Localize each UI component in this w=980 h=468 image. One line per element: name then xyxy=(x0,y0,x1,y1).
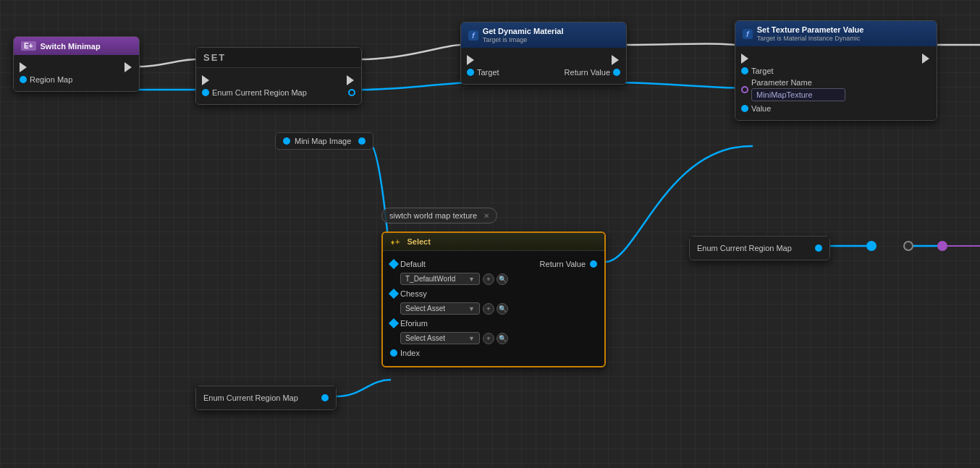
set-enum-out-pin xyxy=(348,89,355,96)
select-return-right: Return Value xyxy=(540,260,597,268)
select-eforium-dropdown-row: Select Asset ▼ + 🔍 xyxy=(400,332,597,344)
set-enum-row: Enum Current Region Map xyxy=(202,88,355,97)
get-dynamic-body: Target Return Value xyxy=(461,48,626,84)
select-chessy-left: Chessy xyxy=(390,289,427,298)
get-dynamic-subtitle: Target is Image xyxy=(483,36,564,43)
comment-icon: ✕ xyxy=(483,212,489,220)
select-chessy-pin xyxy=(389,289,399,299)
eforium-chevron-icon: ▼ xyxy=(468,335,475,342)
set-texture-header: f Set Texture Parameter Value Target is … xyxy=(735,21,937,46)
select-eforium-dropdown-value: Select Asset xyxy=(405,334,445,342)
set-tex-target-left: Target xyxy=(741,67,774,75)
select-chessy-dropdown-row: Select Asset ▼ + 🔍 xyxy=(400,302,597,315)
chessy-search-icon[interactable]: 🔍 xyxy=(497,303,508,315)
select-index-pin xyxy=(390,349,397,357)
set-tex-param-row: Parameter Name xyxy=(741,78,931,101)
chessy-chevron-icon: ▼ xyxy=(468,305,475,312)
enum-right-label: Enum Current Region Map xyxy=(697,244,792,252)
select-index-label: Index xyxy=(400,349,420,357)
select-chessy-row: Chessy xyxy=(390,289,597,298)
comment-text: siwtch world map texture xyxy=(389,211,477,220)
set-title: SET xyxy=(203,52,226,63)
select-eforium-dropdown[interactable]: Select Asset ▼ xyxy=(400,332,480,344)
set-tex-param-left: Parameter Name xyxy=(741,78,845,101)
enum-bottom-out-pin xyxy=(321,394,329,401)
enum-bottom-pin-row: Enum Current Region Map xyxy=(203,393,329,402)
comment-node: siwtch world map texture ✕ xyxy=(381,208,497,224)
eforium-search-icon[interactable]: 🔍 xyxy=(497,333,508,344)
chevron-down-icon: ▼ xyxy=(468,276,475,283)
enum-right-node: Enum Current Region Map xyxy=(689,236,830,260)
region-map-label: Region Map xyxy=(30,75,72,84)
function-icon: f xyxy=(468,30,478,41)
select-chessy-icons: + 🔍 xyxy=(483,303,508,315)
select-default-row: Default Return Value xyxy=(390,260,597,268)
select-default-dropdown-row: T_DefaultWorld ▼ + 🔍 xyxy=(400,273,597,285)
select-body: Default Return Value T_DefaultWorld ▼ + … xyxy=(383,251,604,366)
set-enum-label: Enum Current Region Map xyxy=(212,88,307,97)
select-eforium-icons: + 🔍 xyxy=(483,333,508,344)
set-texture-node: f Set Texture Parameter Value Target is … xyxy=(735,20,937,121)
select-index-row: Index xyxy=(390,349,597,357)
set-tex-value-left: Value xyxy=(741,104,771,113)
get-dyn-return-pin xyxy=(613,69,620,76)
switch-minimap-title: Switch Minimap xyxy=(41,42,101,51)
get-dynamic-title-block: Get Dynamic Material Target is Image xyxy=(483,27,564,43)
select-default-dropdown[interactable]: T_DefaultWorld ▼ xyxy=(400,273,480,285)
set-tex-target-pin xyxy=(741,67,748,75)
region-map-row: Region Map xyxy=(20,75,133,84)
reroute-node-1 xyxy=(866,241,876,251)
get-dynamic-title: Get Dynamic Material xyxy=(483,27,564,35)
set-texture-title-block: Set Texture Parameter Value Target is Ma… xyxy=(757,25,864,42)
select-title: Select xyxy=(407,237,430,246)
set-header: SET xyxy=(196,48,361,68)
set-tex-value-row: Value xyxy=(741,104,931,113)
set-texture-func-icon: f xyxy=(743,29,753,39)
set-tex-target-label: Target xyxy=(751,67,774,75)
set-exec-row xyxy=(202,75,355,85)
set-texture-title: Set Texture Parameter Value xyxy=(757,25,864,34)
enum-right-pin-row: Enum Current Region Map xyxy=(697,244,822,252)
enum-bottom-body: Enum Current Region Map xyxy=(196,386,336,409)
select-chessy-dropdown-value: Select Asset xyxy=(405,305,445,312)
eforium-add-icon[interactable]: + xyxy=(483,333,494,344)
search-icon[interactable]: 🔍 xyxy=(497,273,508,285)
select-chessy-dropdown[interactable]: Select Asset ▼ xyxy=(400,302,480,315)
select-eforium-left: Eforium xyxy=(390,319,428,328)
reroute-node-2 xyxy=(903,241,913,251)
set-tex-param-input[interactable] xyxy=(751,88,845,101)
reroute-node-3 xyxy=(937,241,947,251)
set-enum-right xyxy=(348,89,355,96)
get-dyn-return-right: Return Value xyxy=(565,68,620,77)
set-body: Enum Current Region Map xyxy=(196,68,361,104)
select-eforium-label: Eforium xyxy=(400,319,428,328)
switch-minimap-node: E+ Switch Minimap Region Map xyxy=(13,36,140,92)
minimap-image-out-pin xyxy=(358,137,366,145)
chessy-add-icon[interactable]: + xyxy=(483,303,494,315)
set-tex-exec-in xyxy=(741,54,750,64)
set-node: SET Enum Current Region Map xyxy=(195,47,362,105)
switch-icon: E+ xyxy=(21,41,36,51)
select-index-left: Index xyxy=(390,349,420,357)
exec-in-pin xyxy=(20,62,28,72)
select-header-icon: ⬧+ xyxy=(390,237,400,246)
select-eforium-pin xyxy=(389,318,399,328)
get-dyn-target-pin xyxy=(467,69,474,76)
enum-bottom-label: Enum Current Region Map xyxy=(203,393,298,402)
add-icon[interactable]: + xyxy=(483,273,494,285)
minimap-image-label: Mini Map Image xyxy=(295,137,351,145)
exec-out-pin xyxy=(124,62,133,72)
enum-bottom-node: Enum Current Region Map xyxy=(195,386,337,410)
set-exec-in xyxy=(202,75,211,85)
select-default-diamond-pin xyxy=(389,259,399,269)
select-return-pin xyxy=(590,260,597,268)
minimap-image-node: Mini Map Image xyxy=(275,132,373,150)
set-tex-exec-out xyxy=(922,54,931,64)
select-chessy-label: Chessy xyxy=(400,289,427,298)
get-dyn-target-label: Target xyxy=(477,68,499,77)
get-dyn-return-label: Return Value xyxy=(565,68,610,77)
select-return-label: Return Value xyxy=(540,260,586,268)
set-tex-param-block: Parameter Name xyxy=(751,78,845,101)
get-dynamic-material-node: f Get Dynamic Material Target is Image T… xyxy=(460,22,627,85)
region-map-pin-left: Region Map xyxy=(20,75,72,84)
